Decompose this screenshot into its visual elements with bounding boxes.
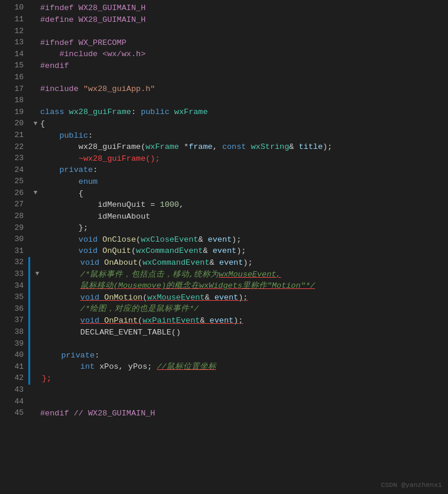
- line-number-24: 24: [7, 164, 24, 176]
- code-segment: wxMouseEvent: [147, 293, 204, 302]
- code-segment: );: [323, 142, 332, 151]
- code-line-36: /*绘图，对应的也是鼠标事件*/: [28, 303, 448, 315]
- code-segment: #ifndef WX28_GUIMAIN_H: [40, 4, 145, 12]
- code-segment: };: [40, 223, 88, 232]
- code-text-35: void OnMotion(wxMouseEvent& event);: [42, 292, 448, 304]
- code-text-42: };: [42, 373, 448, 385]
- line-number-29: 29: [7, 222, 24, 234]
- code-line-45: #endif // WX28_GUIMAIN_H: [28, 408, 448, 420]
- code-line-11: #define WX28_GUIMAIN_H: [28, 14, 448, 26]
- code-text-10: #ifndef WX28_GUIMAIN_H: [40, 2, 448, 14]
- code-text-27: idMenuQuit = 1000,: [40, 199, 448, 211]
- code-segment: #ifndef WX_PRECOMP: [40, 38, 126, 47]
- code-text-19: class wx28_guiFrame: public wxFrame: [40, 106, 448, 118]
- code-segment: [42, 281, 80, 290]
- code-text-14: #include <wx/wx.h>: [40, 48, 448, 60]
- code-text-22: wx28_guiFrame(wxFrame *frame, const wxSt…: [40, 141, 448, 153]
- gutter-33[interactable]: ▼: [33, 269, 42, 279]
- code-segment: 绘图，对应的也是鼠标事件*/: [90, 304, 199, 313]
- code-segment: OnMotion: [104, 293, 142, 302]
- code-text-36: /*绘图，对应的也是鼠标事件*/: [42, 303, 448, 315]
- code-text-15: #endif: [40, 60, 448, 72]
- line-number-35: 35: [7, 292, 24, 304]
- code-segment: "wx28_guiApp.h": [83, 84, 155, 93]
- code-segment: #endif: [40, 61, 69, 70]
- code-text-41: int xPos, yPos; //鼠标位置坐标: [42, 361, 448, 373]
- code-line-27: idMenuQuit = 1000,: [28, 199, 448, 211]
- code-segment: &: [203, 246, 212, 255]
- code-segment: [40, 246, 79, 255]
- code-line-17: #include "wx28_guiApp.h": [28, 83, 448, 95]
- code-segment: {: [40, 189, 83, 198]
- line-number-38: 38: [7, 327, 24, 339]
- line-number-28: 28: [7, 211, 24, 223]
- code-line-35: void OnMotion(wxMouseEvent& event);: [28, 292, 448, 304]
- line-number-12: 12: [7, 25, 24, 37]
- line-number-14: 14: [7, 48, 24, 60]
- code-segment: const: [222, 142, 251, 151]
- code-segment: };: [42, 374, 51, 383]
- code-segment: frame: [189, 142, 213, 151]
- code-line-44: [28, 396, 448, 408]
- code-segment: OnAbout: [104, 258, 138, 267]
- code-segment: title: [299, 142, 323, 151]
- code-text-38: DECLARE_EVENT_TABLE(): [42, 327, 448, 339]
- code-editor: 1011121314151617181920212223242526272829…: [0, 0, 448, 421]
- code-line-18: [28, 95, 448, 107]
- line-number-45: 45: [7, 408, 24, 420]
- code-line-32: void OnAbout(wxCommandEvent& event);: [28, 257, 448, 269]
- code-segment: (: [136, 235, 141, 244]
- code-line-12: [28, 25, 448, 37]
- line-number-15: 15: [7, 60, 24, 72]
- line-number-42: 42: [7, 373, 24, 385]
- code-segment: event: [210, 316, 234, 325]
- code-line-25: enum: [28, 176, 448, 188]
- code-text-40: private:: [42, 350, 448, 362]
- code-segment: (: [138, 258, 142, 267]
- code-line-43: [28, 385, 448, 396]
- code-text-34: 鼠标移动(Mousemove)的概念在wxWidgets里称作"Motion"*…: [42, 280, 448, 292]
- code-segment: wxCommandEvent: [142, 258, 209, 267]
- gutter-26[interactable]: ▼: [31, 188, 40, 198]
- code-segment: DECLARE_EVENT_TABLE(): [42, 328, 181, 337]
- code-segment: wx28_guiFrame: [69, 108, 131, 116]
- code-segment: /*: [42, 304, 90, 313]
- line-number-31: 31: [7, 245, 24, 257]
- code-segment: :: [93, 165, 98, 174]
- line-number-41: 41: [7, 361, 24, 373]
- line-number-18: 18: [7, 95, 24, 107]
- code-segment: void: [80, 258, 105, 267]
- code-text-30: void OnClose(wxCloseEvent& event);: [40, 234, 448, 246]
- line-number-22: 22: [7, 141, 24, 153]
- code-line-14: #include <wx/wx.h>: [28, 48, 448, 60]
- line-number-17: 17: [7, 83, 24, 95]
- line-number-20: 20: [7, 118, 24, 130]
- code-segment: );: [236, 246, 246, 255]
- code-segment: );: [238, 293, 248, 302]
- code-line-34: 鼠标移动(Mousemove)的概念在wxWidgets里称作"Motion"*…: [28, 280, 448, 292]
- code-segment: (: [131, 246, 136, 255]
- code-line-23: ~wx28_guiFrame();: [28, 153, 448, 165]
- line-number-27: 27: [7, 199, 24, 211]
- code-segment: [42, 258, 80, 267]
- code-segment: event: [219, 258, 244, 267]
- code-text-31: void OnQuit(wxCommandEvent& event);: [40, 245, 448, 257]
- code-line-42: };: [28, 373, 448, 385]
- watermark: CSDN @yanzhenxi: [381, 480, 442, 490]
- code-text-37: void OnPaint(wxPaintEvent& event);: [42, 315, 448, 327]
- code-segment: 鼠标事件，包括点击，移动,统称为: [90, 270, 219, 279]
- code-segment: #include <wx/wx.h>: [40, 50, 145, 58]
- code-text-29: };: [40, 222, 448, 234]
- code-text-11: #define WX28_GUIMAIN_H: [40, 14, 448, 26]
- line-number-25: 25: [7, 176, 24, 188]
- code-segment: wxPaintEvent: [142, 316, 200, 325]
- code-segment: void: [80, 316, 105, 325]
- code-segment: :: [95, 351, 99, 360]
- code-segment: //鼠标位置坐标: [157, 362, 216, 371]
- code-text-13: #ifndef WX_PRECOMP: [40, 37, 448, 49]
- code-segment: [42, 351, 61, 360]
- code-text-24: private:: [40, 164, 448, 176]
- code-segment: class: [40, 108, 69, 116]
- code-segment: /*: [42, 270, 90, 279]
- gutter-20[interactable]: ▼: [31, 119, 40, 129]
